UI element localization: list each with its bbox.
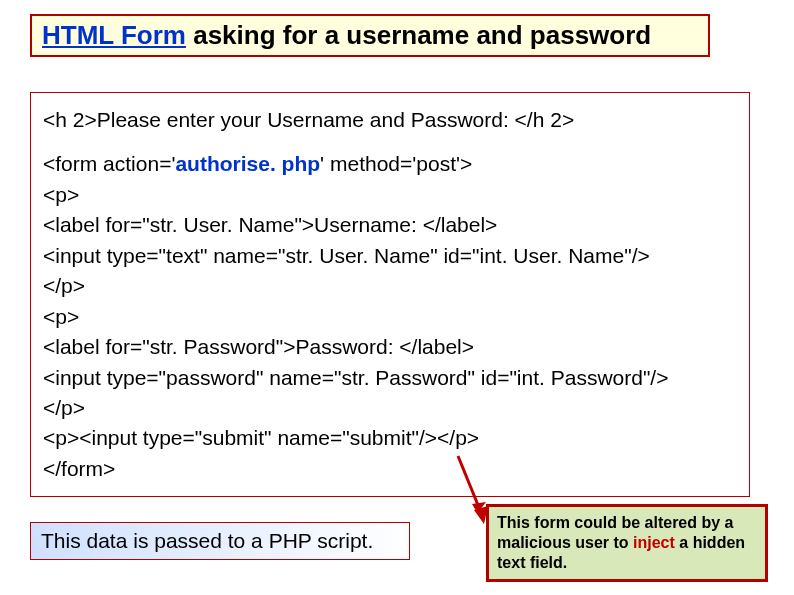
- code-line: <input type="password" name="str. Passwo…: [43, 363, 737, 393]
- code-line: <label for="str. Password">Password: </l…: [43, 332, 737, 362]
- arrow-icon: [450, 452, 490, 530]
- code-line: <p>: [43, 302, 737, 332]
- code-highlight: authorise. php: [175, 152, 320, 175]
- caption-box: This data is passed to a PHP script.: [30, 522, 410, 560]
- warning-box: This form could be altered by a maliciou…: [486, 504, 768, 582]
- code-line: <form action='authorise. php' method='po…: [43, 149, 737, 179]
- code-line: <label for="str. User. Name">Username: <…: [43, 210, 737, 240]
- title-rest: asking for a username and password: [186, 20, 651, 50]
- code-line: <p><input type="submit" name="submit"/><…: [43, 423, 737, 453]
- slide-title-box: HTML Form asking for a username and pass…: [30, 14, 710, 57]
- code-box: <h 2>Please enter your Username and Pass…: [30, 92, 750, 497]
- code-line: </p>: [43, 393, 737, 423]
- code-text: ' method='post'>: [320, 152, 472, 175]
- warning-inject: inject: [633, 534, 675, 551]
- title-link: HTML Form: [42, 20, 186, 50]
- caption-text: This data is passed to a PHP script.: [41, 529, 373, 552]
- code-line: </form>: [43, 454, 737, 484]
- svg-line-0: [458, 456, 480, 510]
- code-line: </p>: [43, 271, 737, 301]
- code-line: <input type="text" name="str. User. Name…: [43, 241, 737, 271]
- code-line: <p>: [43, 180, 737, 210]
- code-spacer: [43, 135, 737, 149]
- code-line: <h 2>Please enter your Username and Pass…: [43, 105, 737, 135]
- code-text: <form action=': [43, 152, 175, 175]
